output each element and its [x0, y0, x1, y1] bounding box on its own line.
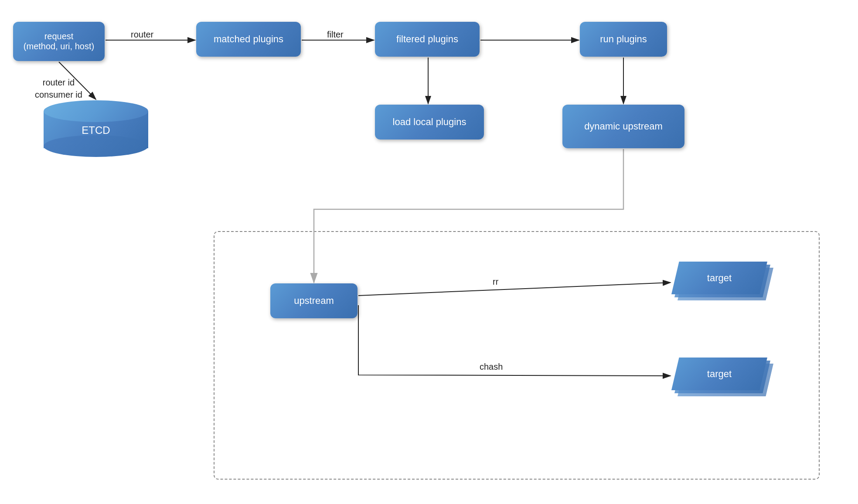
node-request: request(method, uri, host) [13, 22, 105, 61]
node-load-local-plugins: load local plugins [375, 105, 484, 140]
node-filtered-plugins: filtered plugins [375, 22, 480, 57]
node-target-bottom: target [671, 358, 780, 403]
diagram: router filter router idconsumer id rr ch… [0, 0, 858, 504]
label-chash: chash [480, 362, 503, 372]
node-matched-plugins: matched plugins [196, 22, 301, 57]
node-dynamic-upstream: dynamic upstream [562, 105, 684, 148]
label-filter: filter [327, 30, 344, 40]
label-router-id: router idconsumer id [35, 76, 82, 101]
node-upstream: upstream [270, 283, 358, 318]
node-run-plugins: run plugins [580, 22, 667, 57]
target-top-label: target [671, 262, 767, 294]
etcd-label: ETCD [44, 124, 148, 136]
node-etcd: ETCD [44, 100, 148, 157]
target-bottom-label: target [671, 358, 767, 390]
label-rr: rr [493, 277, 498, 287]
node-target-top: target [671, 262, 780, 307]
label-router: router [131, 30, 153, 40]
